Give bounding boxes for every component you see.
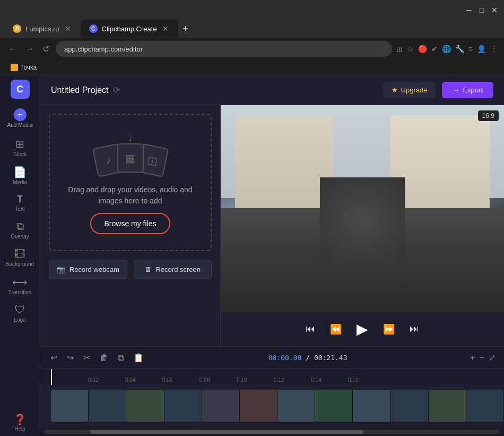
paste-button[interactable]: 📋 bbox=[132, 351, 145, 364]
refresh-button[interactable]: ↺ bbox=[40, 42, 51, 56]
translate-icon[interactable]: ⊞ bbox=[396, 45, 403, 53]
upgrade-label: Upgrade bbox=[401, 86, 428, 94]
thumb-12 bbox=[466, 390, 504, 422]
play-button[interactable]: ▶ bbox=[354, 318, 370, 340]
profile-icon[interactable]: 👤 bbox=[477, 45, 486, 53]
ruler-mark-3: 0:06 bbox=[162, 377, 199, 383]
help-label: Help bbox=[14, 426, 25, 432]
fast-forward-button[interactable]: ⏩ bbox=[381, 321, 397, 337]
text-icon: T bbox=[17, 194, 23, 205]
maximize-button[interactable]: □ bbox=[479, 6, 485, 13]
address-bar: ← → ↺ ⊞ ☆ 🔴 ✔ 🌐 🔧 ≡ 👤 ⋮ bbox=[0, 38, 504, 59]
timeline-ruler: 0:02 0:04 0:06 0:08 0:10 0:12 0:14 0:16 bbox=[40, 369, 504, 385]
sidebar-logo[interactable]: C bbox=[11, 80, 30, 99]
sidebar-item-media[interactable]: 📄 Media bbox=[0, 161, 40, 190]
timeline-zoom: + − ⤢ bbox=[470, 353, 496, 363]
browse-files-button[interactable]: Browse my files bbox=[90, 213, 170, 234]
bookmark-icon[interactable]: ☆ bbox=[407, 45, 414, 53]
bookmark-item[interactable]: Точка bbox=[6, 63, 41, 72]
extension-icon-1[interactable]: 🔴 bbox=[418, 45, 427, 53]
sidebar-item-overlay[interactable]: ⧉ Overlay bbox=[0, 216, 40, 244]
copy-button[interactable]: ⧉ bbox=[116, 352, 125, 364]
export-button[interactable]: → Export bbox=[442, 82, 493, 98]
minimize-button[interactable]: ─ bbox=[466, 6, 472, 13]
record-webcam-label: Record webcam bbox=[69, 266, 119, 273]
record-webcam-button[interactable]: 📷 Record webcam bbox=[49, 260, 127, 279]
skip-forward-button[interactable]: ⏭ bbox=[407, 321, 421, 337]
timeline-toolbar: ↩ ↪ ✂ 🗑 ⧉ 📋 00:00.00 / 00:21.43 + − ⤢ bbox=[40, 347, 504, 369]
tab-lumpics[interactable]: Л Lumpics.ru ✕ bbox=[4, 20, 81, 38]
thumb-5 bbox=[202, 390, 240, 422]
add-media-plus-icon: + bbox=[14, 108, 27, 121]
sidebar-item-text[interactable]: T Text bbox=[0, 190, 40, 216]
sidebar-item-background[interactable]: 🎞 Background bbox=[0, 244, 40, 271]
rewind-button[interactable]: ⏪ bbox=[328, 321, 344, 337]
playback-controls: ⏮ ⏪ ▶ ⏩ ⏭ bbox=[221, 311, 504, 346]
export-label: Export bbox=[463, 86, 483, 94]
thumb-9 bbox=[353, 390, 390, 422]
extension-icon-2[interactable]: ✔ bbox=[431, 45, 438, 53]
expand-button[interactable]: ⤢ bbox=[489, 353, 496, 363]
ruler-mark-5: 0:10 bbox=[237, 377, 274, 383]
redo-button[interactable]: ↪ bbox=[65, 351, 75, 364]
tabs-bar: Л Lumpics.ru ✕ C Clipchamp Create ✕ + bbox=[0, 19, 504, 38]
editor-area: ↓ ♪ ▦ ◫ Drag and drop your videos, audio… bbox=[40, 105, 504, 346]
project-title[interactable]: Untitled Project bbox=[51, 86, 109, 95]
drop-zone: ↓ ♪ ▦ ◫ Drag and drop your videos, audio… bbox=[49, 114, 212, 251]
app-container: C + Add Media ⊞ Stock 📄 Media T Text ⧉ O… bbox=[0, 75, 504, 436]
extension-icon-5[interactable]: ≡ bbox=[468, 45, 473, 53]
tab-close-lumpics[interactable]: ✕ bbox=[64, 23, 72, 34]
playhead[interactable] bbox=[51, 369, 52, 385]
webcam-icon: 📷 bbox=[57, 266, 65, 273]
thumb-3 bbox=[126, 390, 164, 422]
undo-button[interactable]: ↩ bbox=[49, 351, 59, 364]
extension-icon-3[interactable]: 🌐 bbox=[442, 45, 451, 53]
media-card-video: ▦ bbox=[117, 143, 144, 173]
ruler-mark-2: 0:04 bbox=[125, 377, 162, 383]
add-media-label: Add Media bbox=[7, 122, 33, 128]
screen-icon: 🖥 bbox=[144, 266, 151, 273]
timeline-scrollbar[interactable] bbox=[45, 430, 500, 434]
forward-button[interactable]: → bbox=[23, 42, 36, 56]
upgrade-star-icon: ★ bbox=[392, 86, 398, 94]
help-button[interactable]: ❓ Help bbox=[11, 409, 29, 436]
app-header: Untitled Project ⟳ ★ Upgrade → Export bbox=[40, 75, 504, 105]
scrollbar-thumb[interactable] bbox=[90, 430, 363, 434]
extension-icon-4[interactable]: 🔧 bbox=[455, 45, 464, 53]
aspect-ratio-badge: 16:9 bbox=[478, 110, 499, 121]
browser-chrome: ─ □ ✕ Л Lumpics.ru ✕ C Clipchamp Create … bbox=[0, 0, 504, 75]
total-time: 00:21.43 bbox=[314, 354, 347, 362]
thumb-6 bbox=[240, 390, 277, 422]
zoom-in-button[interactable]: + bbox=[470, 353, 475, 363]
sidebar-item-stock[interactable]: ⊞ Stock bbox=[0, 133, 40, 161]
track-content[interactable] bbox=[51, 390, 504, 422]
address-input[interactable] bbox=[56, 41, 392, 57]
cut-button[interactable]: ✂ bbox=[82, 351, 92, 364]
current-time: 00:00.00 bbox=[268, 354, 302, 362]
upgrade-button[interactable]: ★ Upgrade bbox=[383, 82, 436, 98]
thumb-2 bbox=[89, 390, 126, 422]
preview-area: 16:9 bbox=[221, 105, 504, 311]
add-media-button[interactable]: + Add Media bbox=[0, 103, 40, 133]
thumb-1 bbox=[51, 390, 89, 422]
record-screen-button[interactable]: 🖥 Record screen bbox=[134, 260, 212, 279]
close-button[interactable]: ✕ bbox=[491, 6, 498, 13]
bookmark-label: Точка bbox=[20, 64, 37, 71]
sidebar-item-transition[interactable]: ⟷ Transition bbox=[0, 271, 40, 300]
edit-title-icon[interactable]: ⟳ bbox=[113, 85, 120, 95]
background-icon: 🎞 bbox=[15, 248, 25, 260]
track-thumbnails bbox=[51, 390, 504, 422]
media-panel: ↓ ♪ ▦ ◫ Drag and drop your videos, audio… bbox=[40, 105, 221, 346]
tab-close-clipchamp[interactable]: ✕ bbox=[161, 23, 170, 34]
new-tab-button[interactable]: + bbox=[178, 21, 193, 36]
skip-back-button[interactable]: ⏮ bbox=[303, 321, 317, 337]
tab-clipchamp[interactable]: C Clipchamp Create ✕ bbox=[81, 20, 178, 38]
header-actions: ★ Upgrade → Export bbox=[383, 82, 493, 98]
sidebar-item-logo[interactable]: 🛡 Logo bbox=[0, 300, 40, 327]
zoom-out-button[interactable]: − bbox=[480, 353, 484, 363]
menu-icon[interactable]: ⋮ bbox=[490, 45, 498, 53]
export-arrow-icon: → bbox=[453, 86, 459, 94]
back-button[interactable]: ← bbox=[6, 42, 19, 56]
delete-button[interactable]: 🗑 bbox=[98, 352, 110, 364]
preview-panel: 16:9 ⏮ ⏪ ▶ ⏩ bbox=[221, 105, 504, 346]
